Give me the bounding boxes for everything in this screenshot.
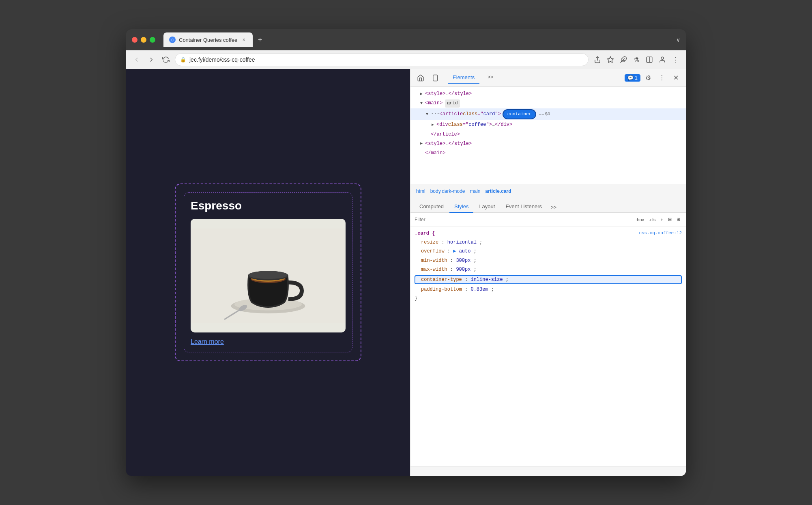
coffee-card-title: Espresso bbox=[191, 199, 346, 212]
css-rule-header: .card { css-cq-coffee:12 bbox=[415, 231, 682, 236]
browser-viewport: Espresso bbox=[126, 69, 410, 476]
elements-tab[interactable]: Elements bbox=[448, 72, 479, 84]
devtools-more-button[interactable]: ⋮ bbox=[656, 72, 668, 84]
css-property-padding-bottom[interactable]: padding-bottom : 0.83em ; bbox=[415, 285, 682, 294]
svg-rect-17 bbox=[433, 75, 438, 81]
css-property-overflow[interactable]: overflow : ▶ auto ; bbox=[415, 247, 682, 256]
computed-tab[interactable]: Computed bbox=[415, 201, 449, 213]
css-property-resize[interactable]: resize : horizontal ; bbox=[415, 238, 682, 247]
bookmark-button[interactable] bbox=[605, 54, 616, 65]
tree-line-div-coffee[interactable]: ▶ <div class="coffee">…</div> bbox=[410, 120, 686, 129]
devtools-toolbar: Elements >> 💬 1 ⚙ ⋮ ✕ bbox=[410, 69, 686, 87]
learn-more-link[interactable]: Learn more bbox=[191, 338, 346, 345]
svg-marker-1 bbox=[608, 57, 614, 63]
reload-button[interactable] bbox=[160, 54, 172, 65]
nav-bar: 🔒 jec.fyi/demo/css-cq-coffee ⚗ ⋮ bbox=[126, 50, 686, 69]
tab-favicon: ⬡ bbox=[169, 37, 176, 43]
svg-point-14 bbox=[249, 271, 288, 279]
device-toggle-button[interactable] bbox=[429, 72, 441, 84]
css-property-max-width[interactable]: max-width : 900px ; bbox=[415, 265, 682, 274]
styles-panel: .card { css-cq-coffee:12 resize : horizo… bbox=[410, 227, 686, 466]
add-style-button[interactable]: + bbox=[659, 216, 665, 223]
title-bar: ⬡ Container Queries coffee × + ∨ bbox=[126, 29, 686, 50]
svg-point-6 bbox=[661, 57, 664, 59]
coffee-image bbox=[191, 219, 346, 332]
notification-badge[interactable]: 💬 1 bbox=[625, 74, 640, 82]
tree-line-article-close[interactable]: </article> bbox=[410, 130, 686, 139]
devtools-actions: 💬 1 ⚙ ⋮ ✕ bbox=[625, 72, 682, 84]
minimize-button[interactable] bbox=[141, 37, 146, 43]
breadcrumb-article[interactable]: article.card bbox=[484, 188, 513, 195]
traffic-lights bbox=[132, 37, 155, 43]
overflow-expand-button[interactable]: ▶ bbox=[453, 248, 459, 254]
tree-line-main[interactable]: ▼ <main> grid bbox=[410, 99, 686, 108]
coffee-card: Espresso bbox=[175, 183, 361, 361]
styles-filter-input[interactable] bbox=[415, 217, 631, 222]
forward-button[interactable] bbox=[146, 54, 157, 65]
extensions-button[interactable] bbox=[618, 54, 629, 65]
browser-window: ⬡ Container Queries coffee × + ∨ 🔒 jec.f… bbox=[126, 29, 686, 476]
card-inner: Espresso bbox=[184, 192, 352, 352]
breadcrumb-html[interactable]: html bbox=[415, 188, 427, 195]
grid-badge: grid bbox=[445, 99, 460, 108]
chrome-menu-button[interactable]: ⋮ bbox=[670, 54, 681, 65]
new-tab-button[interactable]: + bbox=[254, 34, 266, 45]
lab-button[interactable]: ⚗ bbox=[631, 54, 642, 65]
breadcrumb-main[interactable]: main bbox=[468, 188, 482, 195]
css-source[interactable]: css-cq-coffee:12 bbox=[639, 231, 682, 236]
tab-label: Container Queries coffee bbox=[179, 37, 237, 43]
main-area: Espresso bbox=[126, 69, 686, 476]
notification-count: 1 bbox=[635, 75, 638, 81]
copy-styles-button[interactable]: ⊟ bbox=[666, 216, 673, 223]
hov-filter-button[interactable]: :hov bbox=[634, 216, 646, 223]
breadcrumb-body[interactable]: body.dark-mode bbox=[429, 188, 467, 195]
devtools-panel: Elements >> 💬 1 ⚙ ⋮ ✕ bbox=[410, 69, 686, 476]
tree-line-style1[interactable]: ▶ <style>…</style> bbox=[410, 89, 686, 99]
sub-panel-tabs: Computed Styles Layout Event Listeners >… bbox=[410, 198, 686, 213]
chat-icon: 💬 bbox=[627, 75, 634, 81]
nav-actions: ⚗ ⋮ bbox=[592, 54, 681, 65]
css-closing-brace: } bbox=[415, 296, 682, 301]
split-button[interactable] bbox=[644, 54, 655, 65]
toggle-sidebar-button[interactable]: ⊞ bbox=[675, 216, 682, 223]
close-button[interactable] bbox=[132, 37, 137, 43]
url-text: jec.fyi/demo/css-cq-coffee bbox=[189, 56, 255, 63]
elements-tree: ▶ <style>…</style> ▼ <main> grid ▼ ··· <… bbox=[410, 87, 686, 184]
tab-bar: ⬡ Container Queries coffee × + ∨ bbox=[163, 32, 680, 47]
inspector-tool-button[interactable] bbox=[415, 72, 427, 84]
breadcrumb-bar: html body.dark-mode main article.card bbox=[410, 184, 686, 198]
devtools-status-bar bbox=[410, 466, 686, 476]
filter-actions: :hov .cls + ⊟ ⊞ bbox=[634, 216, 682, 223]
css-selector: .card { bbox=[415, 231, 435, 236]
styles-tab[interactable]: Styles bbox=[449, 201, 473, 213]
css-property-min-width[interactable]: min-width : 300px ; bbox=[415, 256, 682, 265]
maximize-button[interactable] bbox=[150, 37, 155, 43]
back-button[interactable] bbox=[131, 54, 142, 65]
tree-line-main-close[interactable]: </main> bbox=[410, 149, 686, 158]
more-panels-button[interactable]: >> bbox=[483, 72, 498, 84]
devtools-close-button[interactable]: ✕ bbox=[670, 72, 682, 84]
settings-button[interactable]: ⚙ bbox=[642, 72, 654, 84]
devtools-panel-tabs: Elements >> bbox=[448, 72, 498, 84]
layout-tab[interactable]: Layout bbox=[474, 201, 500, 213]
tree-line-style2[interactable]: ▶ <style>…</style> bbox=[410, 139, 686, 149]
cls-filter-button[interactable]: .cls bbox=[647, 216, 657, 223]
css-property-container-type[interactable]: container-type : inline-size ; bbox=[415, 275, 682, 284]
active-tab[interactable]: ⬡ Container Queries coffee × bbox=[163, 32, 253, 47]
container-badge: container bbox=[503, 109, 536, 120]
more-sub-tabs-button[interactable]: >> bbox=[549, 203, 558, 213]
tree-line-article[interactable]: ▼ ··· <article class="card"> container =… bbox=[410, 108, 686, 121]
address-bar[interactable]: 🔒 jec.fyi/demo/css-cq-coffee bbox=[175, 53, 589, 66]
profile-button[interactable] bbox=[657, 54, 668, 65]
lock-icon: 🔒 bbox=[180, 57, 186, 63]
share-button[interactable] bbox=[592, 54, 603, 65]
event-listeners-tab[interactable]: Event Listeners bbox=[501, 201, 547, 213]
tab-dropdown-button[interactable]: ∨ bbox=[676, 37, 680, 43]
styles-filter-bar: :hov .cls + ⊟ ⊞ bbox=[410, 213, 686, 227]
tab-close-button[interactable]: × bbox=[241, 37, 247, 43]
